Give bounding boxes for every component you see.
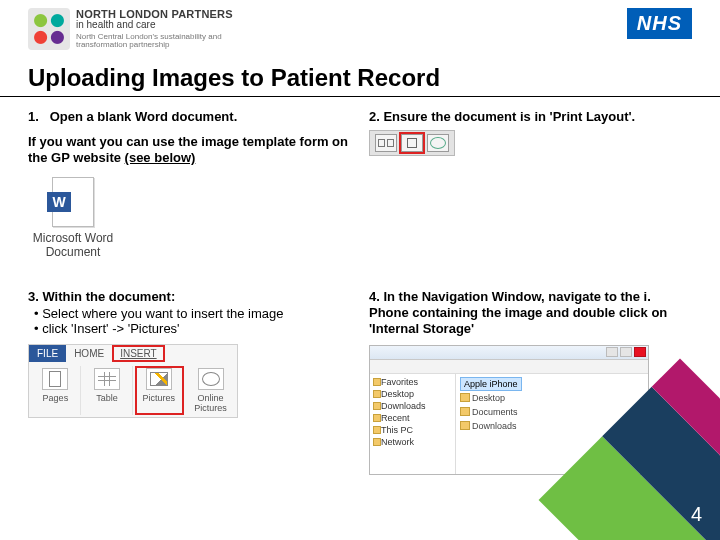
close-icon[interactable] bbox=[634, 347, 646, 357]
slide-header: NORTH LONDON PARTNERS in health and care… bbox=[0, 0, 720, 50]
maximize-icon[interactable] bbox=[620, 347, 632, 357]
selected-device[interactable]: Apple iPhone bbox=[460, 377, 522, 391]
ribbon-tabs: FILE HOME INSERT bbox=[29, 345, 237, 362]
step-3-bullet-2: click 'Insert' -> 'Pictures' bbox=[34, 321, 351, 336]
sidebar-item[interactable]: Desktop bbox=[373, 388, 452, 400]
window-toolbar bbox=[370, 360, 648, 374]
minimize-icon[interactable] bbox=[606, 347, 618, 357]
step-1-heading: 1. Open a blank Word document. bbox=[28, 109, 351, 124]
partner-logo: NORTH LONDON PARTNERS in health and care… bbox=[28, 8, 246, 50]
step-1-sub-b: (see below) bbox=[125, 150, 196, 165]
word-doc-label-1: Microsoft Word bbox=[28, 231, 118, 245]
step-1-num: 1. bbox=[28, 109, 39, 124]
ribbon-body: Pages Table Pictures Online Pictures bbox=[29, 362, 237, 417]
ribbon-tab-insert[interactable]: INSERT bbox=[112, 345, 165, 362]
partner-logo-text: NORTH LONDON PARTNERS in health and care… bbox=[76, 9, 246, 50]
partner-line3: North Central London's sustainability an… bbox=[76, 33, 246, 50]
ribbon-table[interactable]: Table bbox=[83, 366, 133, 415]
word-doc-attachment[interactable]: Microsoft Word Document bbox=[28, 177, 118, 259]
page-title: Uploading Images to Patient Record bbox=[0, 50, 720, 97]
steps-grid: 1. Open a blank Word document. If you wa… bbox=[0, 105, 720, 475]
step-3-bullets: Select where you want to insert the imag… bbox=[34, 306, 351, 336]
folder-row[interactable]: Documents bbox=[460, 405, 644, 419]
view-mode-toolbar bbox=[369, 130, 455, 156]
step-3-bullet-1: Select where you want to insert the imag… bbox=[34, 306, 351, 321]
step-2-heading: 2. Ensure the document is in 'Print Layo… bbox=[369, 109, 692, 124]
read-mode-icon[interactable] bbox=[375, 134, 397, 152]
web-layout-icon[interactable] bbox=[427, 134, 449, 152]
partner-logo-icon bbox=[28, 8, 70, 50]
online-pictures-icon bbox=[198, 368, 224, 390]
window-titlebar bbox=[370, 346, 648, 360]
ribbon-table-label: Table bbox=[96, 393, 118, 403]
page-number: 4 bbox=[691, 503, 702, 526]
ribbon-online-pictures[interactable]: Online Pictures bbox=[186, 366, 235, 415]
word-doc-label-2: Document bbox=[28, 245, 118, 259]
nav-sidebar: Favorites Desktop Downloads Recent This … bbox=[370, 374, 456, 474]
sidebar-item[interactable]: Downloads bbox=[373, 400, 452, 412]
nhs-badge: NHS bbox=[627, 8, 692, 39]
step-1-sub: If you want you can use the image templa… bbox=[28, 134, 351, 167]
ribbon-online-label: Online Pictures bbox=[194, 393, 227, 413]
pictures-icon bbox=[146, 368, 172, 390]
pages-icon bbox=[42, 368, 68, 390]
step-1-text: Open a blank Word document. bbox=[50, 109, 238, 124]
ribbon-pages[interactable]: Pages bbox=[31, 366, 81, 415]
step-1: 1. Open a blank Word document. If you wa… bbox=[28, 109, 351, 259]
ribbon-pages-label: Pages bbox=[43, 393, 69, 403]
step-3: 3. Within the document: Select where you… bbox=[28, 289, 351, 476]
step-3-heading: 3. Within the document: bbox=[28, 289, 351, 304]
folder-row[interactable]: Desktop bbox=[460, 391, 644, 405]
ribbon-tab-home[interactable]: HOME bbox=[66, 345, 112, 362]
sidebar-item[interactable]: This PC bbox=[373, 424, 452, 436]
step-4-heading: 4. In the Navigation Window, navigate to… bbox=[369, 289, 692, 338]
ribbon-tab-file[interactable]: FILE bbox=[29, 345, 66, 362]
step-2: 2. Ensure the document is in 'Print Layo… bbox=[369, 109, 692, 259]
ms-word-icon bbox=[52, 177, 94, 227]
partner-line2: in health and care bbox=[76, 20, 246, 31]
word-ribbon: FILE HOME INSERT Pages Table Pictures bbox=[28, 344, 238, 418]
sidebar-item[interactable]: Recent bbox=[373, 412, 452, 424]
ribbon-pictures[interactable]: Pictures bbox=[135, 366, 185, 415]
ribbon-pictures-label: Pictures bbox=[143, 393, 176, 403]
table-icon bbox=[94, 368, 120, 390]
sidebar-item[interactable]: Favorites bbox=[373, 376, 452, 388]
print-layout-icon[interactable] bbox=[401, 134, 423, 152]
sidebar-item[interactable]: Network bbox=[373, 436, 452, 448]
